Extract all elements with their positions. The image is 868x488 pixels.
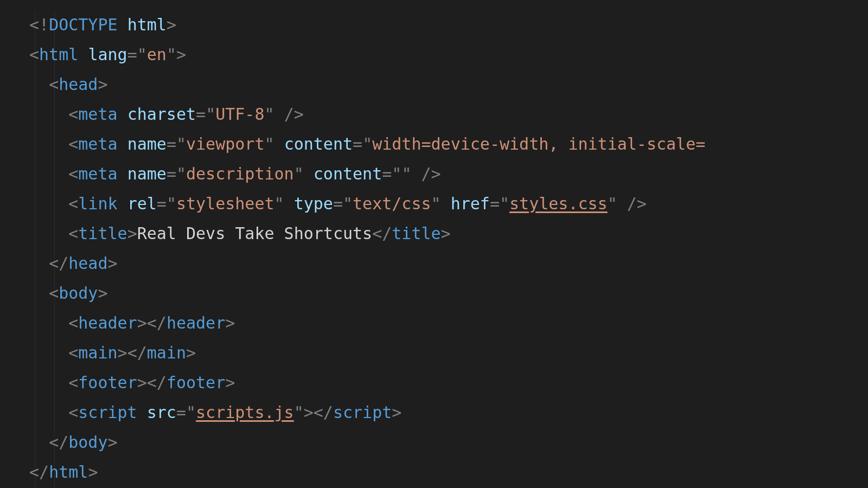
code-token: meta <box>78 105 117 124</box>
code-token: " <box>294 403 304 422</box>
code-token: > <box>186 343 196 362</box>
code-line[interactable]: <link rel="stylesheet" type="text/css" h… <box>29 194 647 213</box>
code-token: " <box>608 194 617 213</box>
code-token: body <box>68 433 107 452</box>
code-token <box>275 105 284 124</box>
code-token: meta <box>78 134 117 153</box>
code-token: > <box>304 403 314 422</box>
code-token: </ <box>372 224 392 243</box>
code-token: " <box>265 105 275 124</box>
code-token: > <box>108 433 118 452</box>
code-line[interactable]: <script src="scripts.js"></script> <box>29 403 401 422</box>
code-token: viewport <box>186 134 265 153</box>
code-line[interactable]: </head> <box>29 254 118 273</box>
code-token: styles.css <box>509 194 608 213</box>
code-token <box>118 194 127 213</box>
code-token: > <box>137 373 147 392</box>
code-token <box>137 403 147 422</box>
code-line[interactable]: </body> <box>29 433 118 452</box>
code-token: > <box>118 343 127 362</box>
code-token <box>617 194 627 213</box>
code-token: = <box>157 194 167 213</box>
code-token: < <box>68 134 78 153</box>
code-token: = <box>333 194 343 213</box>
code-line[interactable]: <body> <box>29 284 108 303</box>
code-token: = <box>167 134 176 153</box>
code-token: < <box>68 343 78 362</box>
code-line[interactable]: <html lang="en"> <box>29 45 186 64</box>
code-token: en <box>147 45 167 64</box>
code-token: main <box>147 343 186 362</box>
code-token <box>118 105 127 124</box>
code-token: </ <box>49 254 68 273</box>
code-token: </ <box>49 433 68 452</box>
code-token: > <box>225 373 235 392</box>
code-token: stylesheet <box>176 194 275 213</box>
code-token: " <box>275 194 284 213</box>
code-line[interactable]: <meta name="viewport" content="width=dev… <box>29 134 705 153</box>
code-token: scripts.js <box>196 403 294 422</box>
code-block[interactable]: <!DOCTYPE html> <html lang="en"> <head> … <box>0 0 868 487</box>
code-token: = <box>176 403 186 422</box>
code-token: title <box>392 224 441 243</box>
code-line[interactable]: <!DOCTYPE html> <box>29 15 176 34</box>
code-token: < <box>68 224 78 243</box>
code-token: " <box>392 164 401 183</box>
code-token: </ <box>147 373 167 392</box>
code-token: = <box>196 105 206 124</box>
code-token: " <box>500 194 509 213</box>
code-line[interactable]: <header></header> <box>29 313 235 332</box>
code-token: body <box>59 284 98 303</box>
code-line[interactable]: <meta name="description" content="" /> <box>29 164 441 183</box>
code-token: </ <box>314 403 333 422</box>
code-token: html <box>127 15 167 34</box>
code-token: " <box>186 403 196 422</box>
code-token: description <box>186 164 294 183</box>
code-token <box>118 164 127 183</box>
code-token <box>275 134 284 153</box>
code-token: content <box>284 134 353 153</box>
code-token: header <box>78 313 137 332</box>
code-token: src <box>147 403 176 422</box>
code-token: /> <box>422 164 441 183</box>
code-token: = <box>382 164 392 183</box>
code-token: > <box>137 313 147 332</box>
code-token: > <box>225 313 235 332</box>
code-token: > <box>98 75 107 94</box>
code-token: < <box>68 403 78 422</box>
code-token: main <box>78 343 117 362</box>
code-token: name <box>127 164 167 183</box>
code-line[interactable]: <title>Real Devs Take Shortcuts</title> <box>29 224 451 243</box>
code-token: lang <box>88 45 127 64</box>
code-token: script <box>333 403 392 422</box>
code-token: href <box>451 194 490 213</box>
code-token: > <box>176 45 186 64</box>
code-token: < <box>68 313 78 332</box>
code-token: " <box>137 45 147 64</box>
code-line[interactable]: </html> <box>29 463 98 481</box>
code-token: = <box>167 164 176 183</box>
code-token: " <box>167 194 176 213</box>
code-token: Real Devs Take Shortcuts <box>137 224 372 243</box>
code-token: " <box>176 134 186 153</box>
code-token: " <box>167 45 176 64</box>
code-token: </ <box>147 313 167 332</box>
code-token: < <box>68 164 78 183</box>
code-token <box>118 134 127 153</box>
code-line[interactable]: <head> <box>29 75 108 94</box>
code-line[interactable]: <footer></footer> <box>29 373 235 392</box>
code-token: > <box>441 224 451 243</box>
code-token: link <box>78 194 117 213</box>
code-token: charset <box>127 105 196 124</box>
code-editor[interactable]: <!DOCTYPE html> <html lang="en"> <head> … <box>0 0 868 488</box>
code-token: footer <box>78 373 137 392</box>
code-token: title <box>78 224 127 243</box>
code-token: rel <box>127 194 157 213</box>
code-token: UTF-8 <box>215 105 264 124</box>
code-token: name <box>127 134 167 153</box>
code-line[interactable]: <meta charset="UTF-8" /> <box>29 105 304 124</box>
code-token <box>284 194 294 213</box>
code-token <box>118 15 127 34</box>
code-token: header <box>167 313 225 332</box>
code-token: < <box>68 194 78 213</box>
